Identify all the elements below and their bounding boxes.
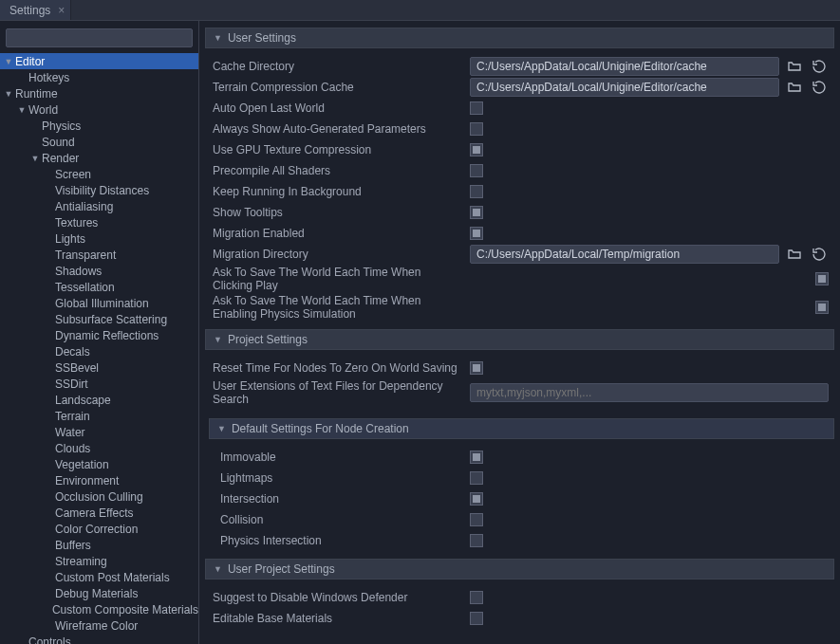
reset-icon[interactable] [810,57,829,76]
tree-item-label: Buffers [53,539,91,552]
tab-settings[interactable]: Settings × [0,0,71,20]
property-label: Intersection [211,492,462,506]
tree-item-terrain[interactable]: Terrain [0,408,198,424]
search-input[interactable] [6,28,193,47]
section-header-user-settings[interactable]: ▼ User Settings [205,28,834,48]
tree-item-water[interactable]: Water [0,424,198,440]
tree-item-transparent[interactable]: Transparent [0,247,198,263]
property-row: Always Show Auto-Generated Parameters [211,119,829,139]
tree-item-camera-effects[interactable]: Camera Effects [0,505,198,521]
tree-item-label: Antialiasing [53,200,113,213]
tree-item-shadows[interactable]: Shadows [0,263,198,279]
tree-item-hotkeys[interactable]: Hotkeys [0,69,198,85]
checkbox[interactable] [470,513,483,526]
tree-item-wireframe-color[interactable]: Wireframe Color [0,617,198,634]
property-row: User Extensions of Text Files for Depend… [211,378,829,407]
path-input[interactable] [470,245,779,264]
property-label: Suggest to Disable Windows Defender [211,591,462,604]
close-icon[interactable]: × [58,4,65,17]
property-control [470,143,829,156]
tree-item-label: Controls [27,635,71,645]
checkbox[interactable] [815,272,829,285]
checkbox[interactable] [470,101,483,115]
property-label: User Extensions of Text Files for Depend… [211,379,462,406]
tree-item-decals[interactable]: Decals [0,343,198,359]
settings-panel: ▼ User Settings Cache DirectoryTerrain C… [199,21,840,644]
section-header-user-project-settings[interactable]: ▼ User Project Settings [205,559,834,580]
reset-icon[interactable] [810,245,829,264]
tree-item-label: Water [53,426,85,439]
tab-bar: Settings × [0,0,840,21]
chevron-down-icon[interactable]: ▼ [4,89,13,99]
checkbox[interactable] [470,612,483,625]
tree-item-label: Landscape [53,394,111,407]
tree-item-runtime[interactable]: ▼Runtime [0,85,198,101]
tree-item-visibility-distances[interactable]: Visibility Distances [0,182,198,198]
tree-item-editor[interactable]: ▼Editor [0,53,198,69]
tree-item-debug-materials[interactable]: Debug Materials [0,585,198,601]
tree-item-landscape[interactable]: Landscape [0,392,198,408]
checkbox[interactable] [470,451,483,464]
tree-item-streaming[interactable]: Streaming [0,553,198,569]
checkbox[interactable] [470,143,483,156]
tree-item-physics[interactable]: Physics [0,118,198,134]
text-input[interactable] [470,383,829,402]
section-title: Project Settings [228,333,308,346]
tree-item-global-illumination[interactable]: Global Illumination [0,295,198,311]
checkbox[interactable] [470,206,483,219]
tree-item-vegetation[interactable]: Vegetation [0,456,198,472]
checkbox[interactable] [470,227,483,240]
tree-item-screen[interactable]: Screen [0,166,198,182]
tree-item-sound[interactable]: Sound [0,134,198,150]
path-input[interactable] [470,78,779,97]
tree-item-environment[interactable]: Environment [0,472,198,488]
property-control [470,245,829,264]
tree-item-tessellation[interactable]: Tessellation [0,279,198,295]
section-header-node-creation[interactable]: ▼ Default Settings For Node Creation [209,418,834,439]
checkbox[interactable] [470,122,483,136]
checkbox[interactable] [470,492,483,506]
checkbox[interactable] [470,534,483,547]
tree-item-ssbevel[interactable]: SSBevel [0,359,198,376]
tree-item-antialiasing[interactable]: Antialiasing [0,198,198,214]
folder-icon[interactable] [785,245,804,264]
tree-item-occlusion-culling[interactable]: Occlusion Culling [0,488,198,505]
section-body-user-settings: Cache DirectoryTerrain Compression Cache… [205,48,834,325]
checkbox[interactable] [815,301,829,314]
tree-item-world[interactable]: ▼World [0,101,198,118]
tree-item-label: Runtime [13,87,58,101]
tree-item-label: Shadows [53,265,102,278]
tree-item-label: Custom Post Materials [53,571,170,584]
tree-item-color-correction[interactable]: Color Correction [0,521,198,537]
property-control [470,534,829,547]
folder-icon[interactable] [785,57,804,76]
tree-item-ssdirt[interactable]: SSDirt [0,376,198,392]
tree-item-buffers[interactable]: Buffers [0,537,198,553]
tree-item-textures[interactable]: Textures [0,214,198,230]
chevron-down-icon[interactable]: ▼ [30,154,40,163]
checkbox[interactable] [470,471,483,485]
reset-icon[interactable] [810,78,829,97]
checkbox[interactable] [470,361,483,375]
tree-item-clouds[interactable]: Clouds [0,440,198,456]
tree-item-controls[interactable]: Controls [0,634,198,644]
chevron-down-icon[interactable]: ▼ [17,105,27,115]
folder-icon[interactable] [785,78,804,97]
property-label: Immovable [211,451,462,464]
checkbox[interactable] [470,591,483,604]
section-title: User Settings [228,31,296,45]
tree-item-dynamic-reflections[interactable]: Dynamic Reflections [0,327,198,343]
tree-item-label: Screen [53,168,91,181]
tree-item-custom-composite-materials[interactable]: Custom Composite Materials [0,601,198,617]
chevron-down-icon[interactable]: ▼ [4,57,13,66]
chevron-down-icon: ▼ [214,335,222,344]
section-header-project-settings[interactable]: ▼ Project Settings [205,329,834,350]
tree-item-custom-post-materials[interactable]: Custom Post Materials [0,569,198,585]
checkbox[interactable] [470,164,483,177]
tree-item-render[interactable]: ▼Render [0,150,198,166]
property-control [470,451,829,464]
tree-item-subsurface-scattering[interactable]: Subsurface Scattering [0,311,198,327]
path-input[interactable] [470,57,779,76]
tree-item-lights[interactable]: Lights [0,230,198,247]
checkbox[interactable] [470,185,483,198]
